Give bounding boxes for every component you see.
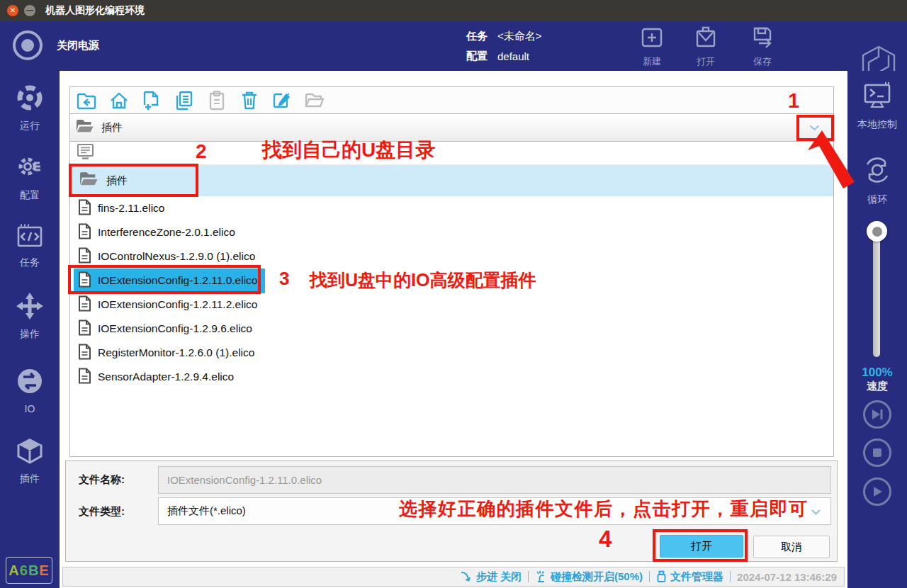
sidebar-item-io[interactable]: IO: [0, 367, 60, 414]
file-list: 插件 fins-2.11.elico InterferenceZone-2.0.…: [69, 141, 834, 457]
current-path: 插件: [101, 121, 123, 135]
open-task-button[interactable]: 打开: [683, 25, 728, 68]
speed-value: 100%: [847, 366, 907, 380]
file-dialog-toolbar: [69, 86, 834, 114]
dialog-bottom-panel: 文件名称: 文件类型: 插件文件(*.elico) 打开 取消: [65, 460, 838, 562]
file-name-input[interactable]: [158, 466, 831, 494]
sidebar-item-run[interactable]: 运行: [0, 84, 60, 132]
document-icon: [78, 223, 91, 242]
file-row[interactable]: InterferenceZone-2.0.1.elico: [70, 220, 833, 244]
open-icon: [693, 25, 719, 53]
new-icon: [639, 25, 665, 53]
copy-icon[interactable]: [174, 91, 194, 111]
code-window-icon: [16, 223, 44, 251]
task-value: <未命名>: [497, 30, 542, 43]
terminal-icon: [862, 82, 893, 113]
trash-icon[interactable]: [240, 91, 259, 111]
speed-label: 速度: [847, 380, 907, 393]
status-bar: 步进 关闭 碰撞检测开启(50%) 文件管理器 2024-07-12 13:46…: [62, 567, 845, 587]
right-sidebar: 本地控制 循环 100% 速度: [847, 71, 907, 588]
file-name-label: 文件名称:: [79, 473, 125, 487]
timestamp: 2024-07-12 13:46:29: [737, 571, 837, 583]
open-folder-icon: [305, 91, 325, 111]
usb-drive-icon: [656, 570, 667, 583]
io-swap-icon: [16, 367, 44, 398]
speed-slider-handle[interactable]: [867, 221, 887, 242]
task-config-info: 任务 <未命名> 配置 default: [466, 26, 542, 66]
step-icon: [460, 571, 473, 582]
sidebar-item-plugin[interactable]: 插件: [0, 436, 60, 485]
titlebar: ✕ — 机器人图形化编程环境: [0, 0, 907, 21]
move-arrows-icon: [16, 292, 44, 323]
file-type-label: 文件类型:: [79, 505, 125, 519]
file-row[interactable]: fins-2.11.elico: [70, 196, 833, 220]
divider: [528, 571, 529, 582]
document-icon: [78, 295, 91, 315]
dropdown-item-folder[interactable]: 插件: [70, 165, 833, 196]
close-icon[interactable]: ✕: [7, 5, 18, 16]
config-label: 配置: [466, 50, 488, 63]
folder-back-icon[interactable]: [77, 91, 96, 111]
new-document-icon[interactable]: [142, 91, 162, 111]
loop-icon: [862, 154, 893, 188]
collision-status[interactable]: 碰撞检测开启(50%): [535, 570, 643, 584]
document-icon: [78, 344, 91, 363]
cancel-button[interactable]: 取消: [753, 536, 830, 558]
config-value: default: [497, 50, 529, 62]
power-icon: [13, 30, 43, 60]
chevron-down-icon: [811, 505, 821, 517]
left-sidebar: 运行 配置 任务: [0, 71, 60, 588]
rename-icon[interactable]: [272, 91, 292, 111]
file-row[interactable]: IOExtensionConfig-1.2.9.6.elico: [70, 317, 833, 341]
document-icon: [78, 320, 91, 339]
file-row[interactable]: IOExtensionConfig-1.2.11.2.elico: [70, 293, 833, 317]
home-icon[interactable]: [109, 91, 129, 111]
file-row[interactable]: IOControlNexus-1.2.9.0 (1).elico: [70, 244, 833, 268]
paste-icon: [207, 91, 227, 111]
path-dropdown-button[interactable]: [799, 117, 830, 139]
step-mode-status[interactable]: 步进 关闭: [460, 570, 522, 584]
document-icon: [78, 247, 91, 266]
save-icon: [750, 25, 775, 53]
sidebar-item-loop[interactable]: 循环: [847, 154, 907, 206]
path-bar[interactable]: 插件: [69, 113, 834, 142]
step-forward-button[interactable]: [863, 400, 891, 429]
file-row-selected[interactable]: IOExtensionConfig-1.2.11.0.elico: [70, 268, 833, 293]
save-task-button[interactable]: 保存: [740, 25, 785, 68]
status-badge: A 6 B E: [6, 557, 52, 584]
task-label: 任务: [466, 30, 488, 43]
sidebar-item-operate[interactable]: 操作: [0, 292, 60, 341]
app-window: ✕ — 机器人图形化编程环境 关闭电源 任务 <未命名> 配置 default …: [0, 0, 907, 588]
play-button[interactable]: [863, 477, 891, 506]
document-icon: [78, 271, 91, 290]
folder-name: 插件: [106, 174, 128, 188]
file-manager-status[interactable]: 文件管理器: [656, 570, 723, 584]
document-icon: [78, 368, 91, 387]
document-icon: [78, 199, 91, 218]
sidebar-item-local-control[interactable]: 本地控制: [847, 82, 907, 131]
sidebar-item-config[interactable]: 配置: [0, 153, 60, 202]
power-label: 关闭电源: [57, 39, 99, 52]
computer-icon: [77, 143, 94, 163]
header: 关闭电源 任务 <未命名> 配置 default 新建 打开: [0, 21, 907, 71]
minimize-icon[interactable]: —: [24, 5, 35, 16]
divider: [730, 571, 731, 582]
run-icon: [16, 84, 44, 115]
new-task-button[interactable]: 新建: [629, 25, 675, 68]
file-row[interactable]: SensorAdapter-1.2.9.4.elico: [70, 365, 833, 389]
dropdown-item-computer[interactable]: [70, 142, 833, 165]
open-button[interactable]: 打开: [660, 535, 743, 558]
file-row[interactable]: RegisterMonitor-1.2.6.0 (1).elico: [70, 341, 833, 365]
folder-open-icon: [79, 171, 99, 191]
divider: [649, 571, 650, 582]
gear-icon: [16, 153, 44, 184]
chevron-down-icon: [809, 125, 820, 131]
power-off-button[interactable]: 关闭电源: [13, 30, 99, 60]
folder-open-icon: [76, 118, 95, 137]
window-title: 机器人图形化编程环境: [45, 4, 145, 17]
collision-icon: [535, 570, 547, 583]
stop-button[interactable]: [863, 439, 891, 467]
sidebar-item-task[interactable]: 任务: [0, 223, 60, 269]
file-type-select[interactable]: 插件文件(*.elico): [158, 497, 831, 525]
plugin-cube-icon: [16, 436, 44, 468]
